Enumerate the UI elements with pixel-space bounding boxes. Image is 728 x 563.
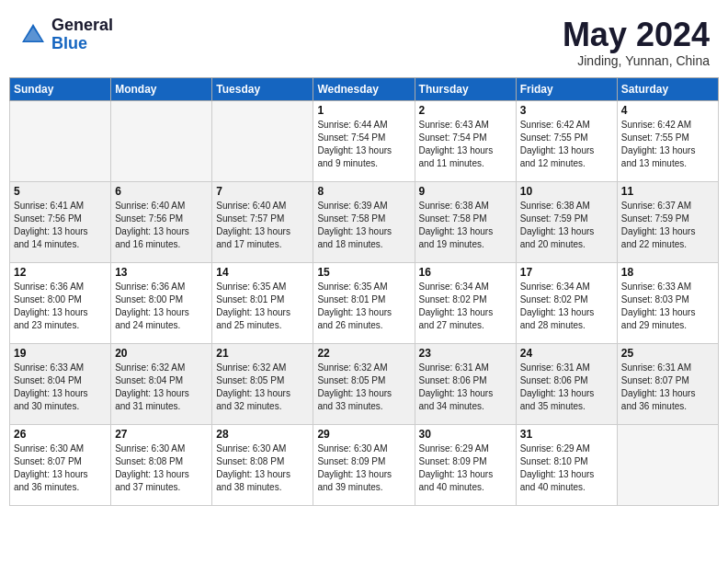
calendar-day-3: 3Sunrise: 6:42 AM Sunset: 7:55 PM Daylig… [516,100,617,181]
location: Jinding, Yunnan, China [563,53,710,68]
day-number: 31 [520,428,613,441]
calendar-day-2: 2Sunrise: 6:43 AM Sunset: 7:54 PM Daylig… [415,100,516,181]
calendar-day-31: 31Sunrise: 6:29 AM Sunset: 8:10 PM Dayli… [516,424,617,505]
day-info: Sunrise: 6:33 AM Sunset: 8:04 PM Dayligh… [14,362,107,413]
day-number: 21 [216,347,309,360]
weekday-header-thursday: Thursday [415,77,516,100]
weekday-header-sunday: Sunday [10,77,111,100]
title-block: May 2024 Jinding, Yunnan, China [563,17,710,68]
logo: General Blue [18,17,113,53]
month-year: May 2024 [563,17,710,53]
day-number: 1 [317,104,410,117]
day-info: Sunrise: 6:33 AM Sunset: 8:03 PM Dayligh… [621,281,714,332]
calendar-day-24: 24Sunrise: 6:31 AM Sunset: 8:06 PM Dayli… [516,343,617,424]
logo-general: General [51,17,113,35]
day-info: Sunrise: 6:34 AM Sunset: 8:02 PM Dayligh… [520,281,613,332]
calendar-week-row: 19Sunrise: 6:33 AM Sunset: 8:04 PM Dayli… [10,343,719,424]
day-info: Sunrise: 6:36 AM Sunset: 8:00 PM Dayligh… [14,281,107,332]
day-number: 9 [419,185,512,198]
day-number: 22 [317,347,410,360]
calendar-day-16: 16Sunrise: 6:34 AM Sunset: 8:02 PM Dayli… [415,262,516,343]
day-number: 15 [317,266,410,279]
day-info: Sunrise: 6:36 AM Sunset: 8:00 PM Dayligh… [115,281,208,332]
day-info: Sunrise: 6:34 AM Sunset: 8:02 PM Dayligh… [419,281,512,332]
calendar-week-row: 12Sunrise: 6:36 AM Sunset: 8:00 PM Dayli… [10,262,719,343]
calendar-day-11: 11Sunrise: 6:37 AM Sunset: 7:59 PM Dayli… [617,181,718,262]
calendar-day-empty [212,100,313,181]
calendar-day-8: 8Sunrise: 6:39 AM Sunset: 7:58 PM Daylig… [313,181,415,262]
day-info: Sunrise: 6:41 AM Sunset: 7:56 PM Dayligh… [14,200,107,251]
calendar-table: SundayMondayTuesdayWednesdayThursdayFrid… [9,77,719,506]
day-info: Sunrise: 6:30 AM Sunset: 8:07 PM Dayligh… [14,442,107,494]
calendar-day-22: 22Sunrise: 6:32 AM Sunset: 8:05 PM Dayli… [313,343,415,424]
calendar-day-27: 27Sunrise: 6:30 AM Sunset: 8:08 PM Dayli… [111,424,212,505]
calendar-day-5: 5Sunrise: 6:41 AM Sunset: 7:56 PM Daylig… [10,181,111,262]
page: General Blue May 2024 Jinding, Yunnan, C… [0,0,728,515]
day-info: Sunrise: 6:31 AM Sunset: 8:06 PM Dayligh… [520,362,613,413]
logo-icon [18,20,48,50]
day-info: Sunrise: 6:30 AM Sunset: 8:09 PM Dayligh… [317,442,410,494]
calendar-day-14: 14Sunrise: 6:35 AM Sunset: 8:01 PM Dayli… [212,262,313,343]
day-number: 13 [115,266,208,279]
day-number: 27 [115,428,208,441]
day-number: 29 [317,428,410,441]
day-number: 6 [115,185,208,198]
calendar-day-13: 13Sunrise: 6:36 AM Sunset: 8:00 PM Dayli… [111,262,212,343]
day-info: Sunrise: 6:40 AM Sunset: 7:56 PM Dayligh… [115,200,208,251]
day-info: Sunrise: 6:29 AM Sunset: 8:10 PM Dayligh… [520,442,613,494]
calendar-day-15: 15Sunrise: 6:35 AM Sunset: 8:01 PM Dayli… [313,262,415,343]
day-info: Sunrise: 6:42 AM Sunset: 7:55 PM Dayligh… [520,119,613,170]
calendar-day-12: 12Sunrise: 6:36 AM Sunset: 8:00 PM Dayli… [10,262,111,343]
calendar-day-20: 20Sunrise: 6:32 AM Sunset: 8:04 PM Dayli… [111,343,212,424]
day-number: 11 [621,185,714,198]
day-info: Sunrise: 6:32 AM Sunset: 8:04 PM Dayligh… [115,362,208,413]
day-number: 17 [520,266,613,279]
calendar-day-9: 9Sunrise: 6:38 AM Sunset: 7:58 PM Daylig… [415,181,516,262]
calendar-day-17: 17Sunrise: 6:34 AM Sunset: 8:02 PM Dayli… [516,262,617,343]
day-info: Sunrise: 6:32 AM Sunset: 8:05 PM Dayligh… [216,362,309,413]
day-number: 30 [419,428,512,441]
calendar-week-row: 5Sunrise: 6:41 AM Sunset: 7:56 PM Daylig… [10,181,719,262]
day-info: Sunrise: 6:42 AM Sunset: 7:55 PM Dayligh… [621,119,714,170]
weekday-header-row: SundayMondayTuesdayWednesdayThursdayFrid… [10,77,719,100]
day-info: Sunrise: 6:29 AM Sunset: 8:09 PM Dayligh… [419,442,512,494]
calendar-day-empty [111,100,212,181]
day-number: 26 [14,428,107,441]
day-number: 8 [317,185,410,198]
day-info: Sunrise: 6:31 AM Sunset: 8:07 PM Dayligh… [621,362,714,413]
logo-text: General Blue [51,17,113,53]
day-info: Sunrise: 6:38 AM Sunset: 7:58 PM Dayligh… [419,200,512,251]
calendar-day-empty [617,424,718,505]
header: General Blue May 2024 Jinding, Yunnan, C… [9,9,719,72]
logo-blue: Blue [51,35,113,53]
weekday-header-tuesday: Tuesday [212,77,313,100]
day-number: 19 [14,347,107,360]
day-info: Sunrise: 6:44 AM Sunset: 7:54 PM Dayligh… [317,119,410,170]
day-number: 25 [621,347,714,360]
day-info: Sunrise: 6:43 AM Sunset: 7:54 PM Dayligh… [419,119,512,170]
calendar-day-29: 29Sunrise: 6:30 AM Sunset: 8:09 PM Dayli… [313,424,415,505]
day-info: Sunrise: 6:30 AM Sunset: 8:08 PM Dayligh… [216,442,309,494]
day-info: Sunrise: 6:30 AM Sunset: 8:08 PM Dayligh… [115,442,208,494]
calendar-day-10: 10Sunrise: 6:38 AM Sunset: 7:59 PM Dayli… [516,181,617,262]
calendar-day-26: 26Sunrise: 6:30 AM Sunset: 8:07 PM Dayli… [10,424,111,505]
day-number: 18 [621,266,714,279]
day-number: 3 [520,104,613,117]
weekday-header-saturday: Saturday [617,77,718,100]
day-number: 12 [14,266,107,279]
calendar-day-30: 30Sunrise: 6:29 AM Sunset: 8:09 PM Dayli… [415,424,516,505]
day-number: 14 [216,266,309,279]
day-number: 28 [216,428,309,441]
calendar-day-25: 25Sunrise: 6:31 AM Sunset: 8:07 PM Dayli… [617,343,718,424]
calendar-day-19: 19Sunrise: 6:33 AM Sunset: 8:04 PM Dayli… [10,343,111,424]
day-info: Sunrise: 6:35 AM Sunset: 8:01 PM Dayligh… [317,281,410,332]
calendar-day-6: 6Sunrise: 6:40 AM Sunset: 7:56 PM Daylig… [111,181,212,262]
calendar-day-4: 4Sunrise: 6:42 AM Sunset: 7:55 PM Daylig… [617,100,718,181]
calendar-day-1: 1Sunrise: 6:44 AM Sunset: 7:54 PM Daylig… [313,100,415,181]
day-number: 23 [419,347,512,360]
calendar-day-21: 21Sunrise: 6:32 AM Sunset: 8:05 PM Dayli… [212,343,313,424]
calendar-day-23: 23Sunrise: 6:31 AM Sunset: 8:06 PM Dayli… [415,343,516,424]
weekday-header-wednesday: Wednesday [313,77,415,100]
calendar-day-7: 7Sunrise: 6:40 AM Sunset: 7:57 PM Daylig… [212,181,313,262]
day-info: Sunrise: 6:32 AM Sunset: 8:05 PM Dayligh… [317,362,410,413]
